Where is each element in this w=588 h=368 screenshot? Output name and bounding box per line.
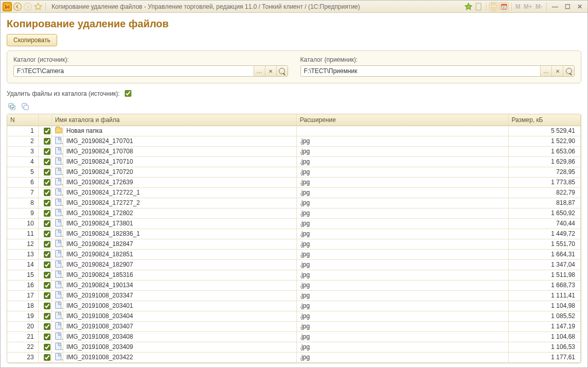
row-checkbox-cell[interactable] bbox=[38, 352, 52, 362]
col-header-ext[interactable]: Расширение bbox=[296, 114, 508, 126]
row-checkbox[interactable] bbox=[44, 220, 51, 227]
dest-clear-button[interactable] bbox=[551, 66, 563, 76]
row-checkbox-cell[interactable] bbox=[38, 136, 52, 146]
table-row[interactable]: 23IMG_20191008_203422.jpg1 177,61 bbox=[7, 352, 581, 362]
table-row[interactable]: 7IMG_20190824_172722_1.jpg822,79 bbox=[7, 187, 581, 198]
row-checkbox-cell[interactable] bbox=[38, 167, 52, 177]
row-checkbox[interactable] bbox=[44, 282, 51, 289]
minimize-button[interactable]: — bbox=[549, 3, 561, 10]
row-checkbox[interactable] bbox=[44, 138, 51, 145]
table-row[interactable]: 14IMG_20190824_182907.jpg1 347,04 bbox=[7, 259, 581, 270]
add-favorite-icon[interactable] bbox=[464, 2, 473, 11]
table-row[interactable]: 6IMG_20190824_172639.jpg1 773,85 bbox=[7, 177, 581, 187]
row-checkbox-cell[interactable] bbox=[38, 362, 52, 363]
table-row[interactable]: 18IMG_20191008_203401.jpg1 104,98 bbox=[7, 301, 581, 311]
table-row[interactable]: 21IMG_20191008_203408.jpg1 104,68 bbox=[7, 331, 581, 342]
source-browse-button[interactable] bbox=[254, 66, 265, 76]
row-checkbox-cell[interactable] bbox=[38, 156, 52, 167]
table-row[interactable]: 9IMG_20190824_172802.jpg1 650,92 bbox=[7, 208, 581, 218]
col-header-chk[interactable] bbox=[38, 114, 52, 126]
row-checkbox[interactable] bbox=[44, 354, 51, 361]
col-header-name[interactable]: Имя каталога и файла bbox=[52, 114, 296, 126]
row-checkbox[interactable] bbox=[44, 261, 51, 268]
row-checkbox[interactable] bbox=[44, 334, 51, 340]
copy-button[interactable]: Скопировать bbox=[7, 34, 57, 46]
calendar-icon[interactable]: 31 bbox=[499, 2, 509, 11]
table-row[interactable]: 2IMG_20190824_170701.jpg1 522,90 bbox=[7, 136, 581, 146]
row-checkbox-cell[interactable] bbox=[38, 229, 52, 239]
row-checkbox-cell[interactable] bbox=[38, 311, 52, 321]
row-checkbox[interactable] bbox=[44, 179, 51, 186]
table-row[interactable]: 13IMG_20190824_182851.jpg1 664,31 bbox=[7, 249, 581, 259]
table-row[interactable]: 22IMG_20191008_203409.jpg1 106,53 bbox=[7, 342, 581, 352]
nav-forward-icon[interactable] bbox=[23, 2, 32, 11]
table-row[interactable]: 20IMG_20191008_203407.jpg1 147,19 bbox=[7, 321, 581, 331]
source-folder-field[interactable] bbox=[13, 65, 288, 77]
row-checkbox[interactable] bbox=[44, 303, 51, 309]
table-row[interactable]: 12IMG_20190824_182847.jpg1 551,70 bbox=[7, 239, 581, 249]
row-checkbox[interactable] bbox=[44, 148, 51, 155]
row-checkbox-cell[interactable] bbox=[38, 259, 52, 270]
calculator-icon[interactable] bbox=[489, 2, 498, 11]
check-all-button[interactable] bbox=[7, 101, 17, 112]
row-checkbox-cell[interactable] bbox=[38, 126, 52, 136]
dest-browse-button[interactable] bbox=[540, 66, 551, 76]
table-row[interactable]: 15IMG_20190824_185316.jpg1 511,98 bbox=[7, 270, 581, 280]
row-checkbox-cell[interactable] bbox=[38, 177, 52, 187]
table-row[interactable]: 11IMG_20190824_182836_1.jpg1 449,72 bbox=[7, 229, 581, 239]
row-checkbox-cell[interactable] bbox=[38, 290, 52, 301]
row-checkbox-cell[interactable] bbox=[38, 218, 52, 229]
dest-folder-input[interactable] bbox=[301, 66, 541, 76]
nav-back-icon[interactable] bbox=[13, 2, 22, 11]
row-checkbox-cell[interactable] bbox=[38, 208, 52, 218]
row-checkbox[interactable] bbox=[44, 251, 51, 258]
memory-m-button[interactable]: M bbox=[514, 3, 522, 10]
row-checkbox-cell[interactable] bbox=[38, 331, 52, 342]
row-checkbox-cell[interactable] bbox=[38, 198, 52, 208]
row-checkbox[interactable] bbox=[44, 159, 51, 165]
row-checkbox[interactable] bbox=[44, 169, 51, 176]
col-header-n[interactable]: N bbox=[7, 114, 38, 126]
row-checkbox[interactable] bbox=[44, 292, 51, 299]
row-checkbox-cell[interactable] bbox=[38, 342, 52, 352]
row-checkbox-cell[interactable] bbox=[38, 187, 52, 198]
table-row[interactable]: 1Новая папка5 529,41 bbox=[7, 126, 581, 136]
row-checkbox-cell[interactable] bbox=[38, 146, 52, 156]
row-checkbox-cell[interactable] bbox=[38, 249, 52, 259]
table-row[interactable]: 24IMG_20191008_203425.jpg1 185,68 bbox=[7, 362, 581, 363]
row-checkbox[interactable] bbox=[44, 272, 51, 278]
table-row[interactable]: 8IMG_20190824_172727_2.jpg818,87 bbox=[7, 198, 581, 208]
table-row[interactable]: 5IMG_20190824_170720.jpg728,95 bbox=[7, 167, 581, 177]
table-row[interactable]: 10IMG_20190824_173801.jpg740,44 bbox=[7, 218, 581, 229]
row-checkbox[interactable] bbox=[44, 189, 51, 196]
source-search-button[interactable] bbox=[276, 66, 288, 76]
row-checkbox[interactable] bbox=[44, 241, 51, 248]
row-checkbox-cell[interactable] bbox=[38, 270, 52, 280]
row-checkbox[interactable] bbox=[44, 128, 51, 134]
dest-search-button[interactable] bbox=[563, 66, 574, 76]
table-row[interactable]: 3IMG_20190824_170708.jpg1 653,06 bbox=[7, 146, 581, 156]
row-checkbox[interactable] bbox=[44, 231, 51, 237]
row-checkbox[interactable] bbox=[44, 313, 51, 320]
source-folder-input[interactable] bbox=[14, 66, 254, 76]
file-table-scroll[interactable]: N Имя каталога и файла Расширение Размер… bbox=[7, 114, 581, 363]
memory-mplus-button[interactable]: M+ bbox=[523, 3, 533, 10]
row-checkbox-cell[interactable] bbox=[38, 301, 52, 311]
row-checkbox[interactable] bbox=[44, 344, 51, 351]
source-clear-button[interactable] bbox=[265, 66, 276, 76]
table-row[interactable]: 19IMG_20191008_203404.jpg1 085,52 bbox=[7, 311, 581, 321]
dest-folder-field[interactable] bbox=[300, 65, 575, 77]
memory-mminus-button[interactable]: M- bbox=[534, 3, 544, 10]
table-row[interactable]: 16IMG_20190824_190134.jpg1 668,73 bbox=[7, 280, 581, 290]
row-checkbox-cell[interactable] bbox=[38, 280, 52, 290]
row-checkbox[interactable] bbox=[44, 210, 51, 217]
maximize-button[interactable]: ☐ bbox=[562, 3, 573, 10]
close-button[interactable]: ✕ bbox=[574, 3, 585, 10]
row-checkbox-cell[interactable] bbox=[38, 239, 52, 249]
table-row[interactable]: 4IMG_20190824_170710.jpg1 629,86 bbox=[7, 156, 581, 167]
uncheck-all-button[interactable] bbox=[20, 101, 30, 112]
row-checkbox[interactable] bbox=[44, 323, 51, 330]
table-row[interactable]: 17IMG_20191008_203347.jpg1 111,41 bbox=[7, 290, 581, 301]
col-header-size[interactable]: Размер, кБ bbox=[508, 114, 580, 126]
delete-option-checkbox[interactable] bbox=[125, 90, 131, 97]
